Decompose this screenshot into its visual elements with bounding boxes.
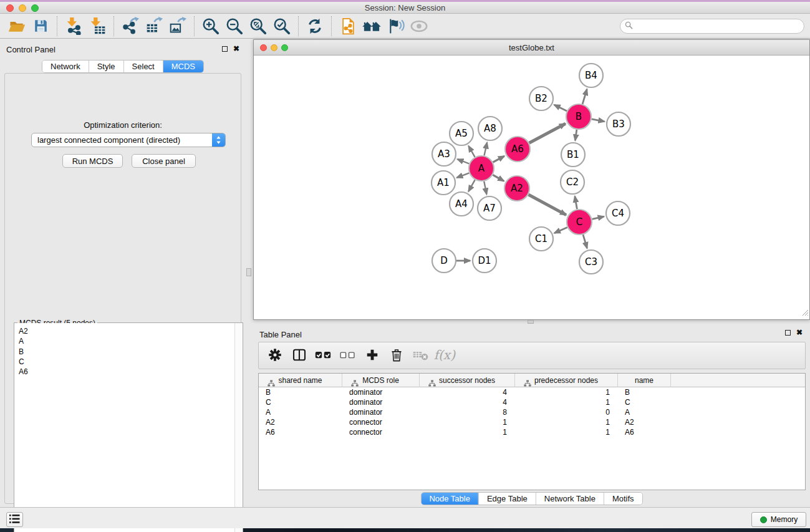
zoom-fit-button[interactable] xyxy=(246,16,270,37)
table-settings-button[interactable] xyxy=(267,347,283,364)
graph-node-A1[interactable]: A1 xyxy=(432,171,455,195)
graph-node-C1[interactable]: C1 xyxy=(529,227,553,251)
graph-edge-A-A4[interactable] xyxy=(468,180,475,191)
graph-edge-A-A1[interactable] xyxy=(457,173,470,178)
export-table-button[interactable] xyxy=(142,16,166,37)
graph-node-A8[interactable]: A8 xyxy=(478,117,502,140)
network-graph-canvas[interactable]: B4 B2 B B3 A8 A5 A6 A3 B1 A A1 C2 A2 xyxy=(254,56,809,319)
column-header-predecessor-nodes[interactable]: predecessor nodes xyxy=(515,374,618,387)
graph-edge-C-C2[interactable] xyxy=(575,196,577,210)
graph-edge-B-B1[interactable] xyxy=(575,130,577,140)
graph-node-A6[interactable]: A6 xyxy=(505,137,530,162)
tab-network-table[interactable]: Network Table xyxy=(536,493,604,505)
table-row[interactable]: Cdominator41C xyxy=(259,397,805,407)
close-panel-icon[interactable]: ✖ xyxy=(233,46,239,52)
mcds-result-item[interactable]: C xyxy=(14,357,243,367)
tab-edge-table[interactable]: Edge Table xyxy=(478,493,536,505)
float-panel-icon[interactable] xyxy=(222,46,228,52)
tab-network[interactable]: Network xyxy=(42,60,89,72)
graph-edge-B-B4[interactable] xyxy=(582,89,587,104)
close-table-panel-icon[interactable]: ✖ xyxy=(796,329,803,336)
export-image-button[interactable] xyxy=(166,16,190,37)
graph-node-B3[interactable]: B3 xyxy=(607,112,630,136)
graph-edge-B-B2[interactable] xyxy=(554,105,567,111)
graph-edge-C-C3[interactable] xyxy=(583,235,587,248)
zoom-selected-button[interactable] xyxy=(270,16,294,37)
graph-node-C[interactable]: C xyxy=(567,210,592,235)
first-neighbors-button[interactable] xyxy=(360,16,383,37)
mcds-result-item[interactable]: A xyxy=(14,336,243,346)
table-row[interactable]: Bdominator41B xyxy=(259,387,805,397)
import-network-button[interactable] xyxy=(62,16,85,37)
import-table-button[interactable] xyxy=(85,16,109,37)
status-menu-button[interactable] xyxy=(6,512,23,527)
tab-style[interactable]: Style xyxy=(89,60,123,72)
graph-node-A7[interactable]: A7 xyxy=(478,196,501,220)
vertical-split-divider[interactable] xyxy=(246,39,253,507)
table-row[interactable]: Adominator80A xyxy=(259,407,805,417)
refresh-layout-button[interactable] xyxy=(303,16,327,37)
graph-edge-B-B3[interactable] xyxy=(592,119,605,122)
column-header-MCDS-role[interactable]: MCDS role xyxy=(342,374,420,387)
graph-node-B2[interactable]: B2 xyxy=(529,87,553,110)
save-session-button[interactable] xyxy=(29,16,52,37)
unselect-all-columns-button[interactable] xyxy=(340,347,356,364)
memory-button[interactable]: Memory xyxy=(751,512,806,527)
open-session-button[interactable] xyxy=(5,16,29,37)
graph-edge-A-A8[interactable] xyxy=(485,143,488,156)
mcds-result-item[interactable]: B xyxy=(14,347,243,357)
function-builder-button[interactable]: f(x) xyxy=(437,347,453,364)
hide-selected-button[interactable] xyxy=(383,16,407,37)
tab-mcds[interactable]: MCDS xyxy=(163,60,203,72)
new-network-from-selection-button[interactable] xyxy=(336,16,360,37)
mcds-result-item[interactable]: A6 xyxy=(14,367,243,377)
search-field[interactable] xyxy=(620,19,804,34)
run-mcds-button[interactable]: Run MCDS xyxy=(62,154,123,168)
create-column-button[interactable] xyxy=(364,347,380,364)
graph-node-A5[interactable]: A5 xyxy=(450,122,473,145)
graph-edge-A-A3[interactable] xyxy=(458,159,470,163)
column-header-successor-nodes[interactable]: successor nodes xyxy=(420,374,515,387)
graph-edge-A-A6[interactable] xyxy=(493,156,504,162)
graph-edge-A-A7[interactable] xyxy=(484,181,486,195)
resize-corner-icon[interactable] xyxy=(802,307,809,319)
graph-node-B1[interactable]: B1 xyxy=(561,143,585,167)
graph-node-A3[interactable]: A3 xyxy=(432,142,456,166)
graph-edge-A2-C[interactable] xyxy=(529,195,566,215)
graph-node-C2[interactable]: C2 xyxy=(561,170,584,194)
tab-motifs[interactable]: Motifs xyxy=(604,493,642,505)
graph-node-D1[interactable]: D1 xyxy=(473,249,496,273)
optimization-criterion-dropdown[interactable]: largest connected component (directed) xyxy=(31,133,226,147)
table-row[interactable]: A2connector11A2 xyxy=(259,417,805,427)
zoom-in-button[interactable] xyxy=(199,16,223,37)
split-gripper[interactable] xyxy=(246,268,251,276)
toggle-panel-layout-button[interactable] xyxy=(291,347,307,364)
mcds-list-scrollbar[interactable] xyxy=(234,323,243,532)
select-all-columns-button[interactable] xyxy=(316,347,332,364)
mcds-result-item[interactable]: A2 xyxy=(14,326,243,336)
show-all-button[interactable] xyxy=(407,16,431,37)
graph-node-D[interactable]: D xyxy=(432,249,456,273)
graph-node-A2[interactable]: A2 xyxy=(504,176,529,201)
tab-select[interactable]: Select xyxy=(123,60,163,72)
delete-column-button[interactable] xyxy=(388,347,405,364)
graph-edge-A-A5[interactable] xyxy=(468,146,475,157)
graph-node-B4[interactable]: B4 xyxy=(579,64,603,87)
window-titlebar[interactable]: Session: New Session xyxy=(0,2,810,14)
graph-edge-C-C1[interactable] xyxy=(554,228,567,233)
table-row[interactable]: A6connector11A6 xyxy=(259,427,805,437)
graph-node-A4[interactable]: A4 xyxy=(450,192,473,216)
graph-node-C3[interactable]: C3 xyxy=(579,250,603,274)
delete-table-button[interactable] xyxy=(413,347,429,364)
graph-node-B[interactable]: B xyxy=(566,104,591,129)
zoom-out-button[interactable] xyxy=(223,16,246,37)
close-panel-button[interactable]: Close panel xyxy=(132,154,196,168)
graph-node-A[interactable]: A xyxy=(469,156,494,181)
search-input[interactable] xyxy=(635,21,804,32)
graph-edge-C-C4[interactable] xyxy=(592,216,604,219)
column-header-shared-name[interactable]: shared name xyxy=(259,374,342,387)
graph-node-C4[interactable]: C4 xyxy=(606,201,630,225)
column-header-name[interactable]: name xyxy=(618,374,671,387)
graph-edge-A6-B[interactable] xyxy=(529,123,566,143)
float-table-panel-icon[interactable] xyxy=(785,330,791,336)
